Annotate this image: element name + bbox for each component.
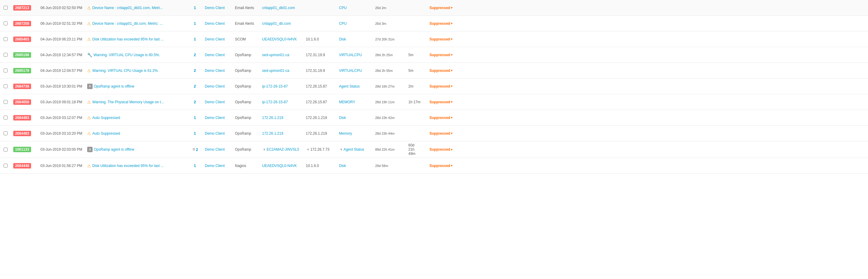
warning-icon: ⚠ (87, 131, 91, 136)
alert-count: 2 (187, 66, 203, 75)
alert-description[interactable]: ⚠Device Name : critapp01_db.com, Metric:… (85, 19, 187, 28)
alert-description[interactable]: ⚠Auto Suppressed (85, 129, 187, 138)
row-checkbox[interactable] (0, 20, 11, 27)
status-button[interactable]: Suppressed ▾ (430, 37, 453, 41)
alert-device[interactable]: 172.26.1.219 (260, 130, 303, 137)
status-button[interactable]: Suppressed ▾ (430, 131, 453, 136)
alert-duration: 28d 16h 27m (373, 83, 406, 90)
alert-ip: 172.26.15.87 (303, 98, 337, 106)
row-checkbox[interactable] (0, 51, 11, 59)
alert-description[interactable]: ⚠Warning. VIRTUAL CPU Usage is 61.2%. (85, 66, 187, 75)
alert-status[interactable]: Suppressed ▾ (427, 82, 463, 90)
alert-device[interactable]: ▼EC2AMAZ-JINVSL5 (260, 145, 303, 154)
alert-status[interactable]: Suppressed ▾ (427, 114, 463, 122)
status-dropdown-arrow: ▾ (451, 164, 453, 167)
warning-icon: ⚠ (87, 21, 91, 26)
row-checkbox[interactable] (0, 4, 11, 11)
status-button[interactable]: Suppressed ▾ (430, 116, 453, 120)
alert-description[interactable]: ⚠Device Name : critapp01_db01.com, Metri… (85, 4, 187, 12)
alert-description[interactable]: 🔧Warning. VIRTUAL CPU Usage is 60.5%. (85, 51, 187, 59)
alert-metric[interactable]: VIRTUALCPU (337, 51, 373, 59)
status-label: Suppressed (430, 84, 450, 88)
alert-device[interactable]: ip-172-26-15-87 (260, 82, 303, 90)
status-button[interactable]: Suppressed ▾ (430, 84, 453, 88)
alert-device[interactable]: sed-upmon01-ca (260, 51, 303, 59)
alert-metric[interactable]: Memory (337, 130, 373, 137)
table-row: 268465803-Jun-2019 09:01:18 PM⚠Warning. … (0, 94, 868, 110)
alert-metric[interactable]: Disk (337, 35, 373, 43)
alert-metric[interactable]: Agent Status (337, 82, 373, 90)
alert-device[interactable]: 172.26.1.219 (260, 114, 303, 122)
status-label: Suppressed (430, 100, 450, 104)
alert-date: 04-Jun-2019 12:04:57 PM (38, 67, 85, 75)
alert-device[interactable]: critapp01_db.com (260, 20, 303, 27)
status-button[interactable]: Suppressed ▾ (430, 53, 453, 57)
status-button[interactable]: Suppressed ▾ (430, 6, 453, 10)
status-button[interactable]: Suppressed ▾ (430, 147, 453, 151)
alert-description[interactable]: AOpsRamp agent is offline (85, 145, 187, 154)
alert-description[interactable]: ⚠Disk Utilization has exceeded 95% for l… (85, 162, 187, 170)
description-text: Warning. VIRTUAL CPU Usage is 60.5%. (93, 53, 160, 57)
alert-client: Demo Client (203, 4, 232, 12)
alert-status[interactable]: Suppressed ▾ (427, 67, 463, 75)
alert-source: OpsRamp (232, 82, 260, 90)
alert-metric[interactable]: CPU (337, 20, 373, 27)
alert-status[interactable]: Suppressed ▾ (427, 98, 463, 106)
row-checkbox[interactable] (0, 35, 11, 43)
alert-client: Demo Client (203, 130, 232, 137)
alert-source: OpsRamp (232, 98, 260, 106)
alert-description[interactable]: ⚠Auto Suppressed (85, 114, 187, 122)
alert-count: 1 (187, 162, 203, 170)
alert-ip: 172.31.19.9 (303, 51, 337, 59)
alert-client: Demo Client (203, 162, 232, 170)
alert-id: 2685178 (11, 66, 38, 75)
alert-status[interactable]: Suppressed ▾ (427, 51, 463, 59)
alert-device[interactable]: critapp01_db01.com (260, 4, 303, 12)
status-button[interactable]: Suppressed ▾ (430, 100, 453, 104)
alert-metric[interactable]: ▼Agent Status (337, 145, 373, 154)
row-checkbox[interactable] (0, 130, 11, 137)
alert-metric[interactable]: MEMORY (337, 98, 373, 106)
alert-status[interactable]: Suppressed ▾ (427, 162, 463, 170)
alert-source: Email Alerts (232, 4, 260, 12)
alert-device[interactable]: UEAEDVSQL0-N4VK (260, 35, 303, 43)
status-label: Suppressed (430, 53, 450, 57)
table-row: 268449303-Jun-2019 03:12:07 PM⚠Auto Supp… (0, 110, 868, 125)
alert-extra-duration (406, 116, 427, 119)
status-button[interactable]: Suppressed ▾ (430, 22, 453, 26)
row-checkbox[interactable] (0, 114, 11, 121)
row-checkbox[interactable] (0, 82, 11, 90)
row-checkbox[interactable] (0, 98, 11, 106)
alert-description[interactable]: ⚠Warning. The Physical Memory Usage on t… (85, 98, 187, 106)
alert-id: 2684658 (11, 97, 38, 107)
alert-extra-duration: 5m (406, 51, 427, 59)
table-row: 268540304-Jun-2019 06:23:11 PM⚠Disk Util… (0, 31, 868, 47)
alert-status[interactable]: Suppressed ▾ (427, 4, 463, 12)
status-button[interactable]: Suppressed ▾ (430, 68, 453, 73)
alert-device[interactable]: sed-upmon01-ca (260, 67, 303, 75)
alert-device[interactable]: UEAEDVSQL0-N4VK (260, 162, 303, 170)
row-checkbox[interactable] (0, 146, 11, 154)
alert-description[interactable]: ⚠Disk Utilization has exceeded 95% for l… (85, 35, 187, 44)
status-button[interactable]: Suppressed ▾ (430, 164, 453, 168)
alert-metric[interactable]: VIRTUALCPU (337, 67, 373, 75)
alert-device[interactable]: ip-172-26-15-87 (260, 98, 303, 106)
alert-status[interactable]: Suppressed ▾ (427, 145, 463, 154)
row-checkbox[interactable] (0, 67, 11, 74)
alert-status[interactable]: Suppressed ▾ (427, 20, 463, 27)
alert-id: 2685198 (11, 50, 38, 59)
alert-description[interactable]: AOpsRamp agent is offline (85, 82, 187, 91)
alert-status[interactable]: Suppressed ▾ (427, 130, 463, 137)
row-checkbox[interactable] (0, 162, 11, 169)
alert-metric[interactable]: Disk (337, 114, 373, 122)
alert-duration: 28d 23h 44m (373, 130, 406, 137)
alert-count: 2 (187, 82, 203, 90)
status-dropdown-arrow: ▾ (451, 100, 453, 104)
alert-source: Nagios (232, 162, 260, 170)
alert-metric[interactable]: CPU (337, 4, 373, 12)
alert-duration: 28d 19h 11m (373, 99, 406, 106)
alert-status[interactable]: Suppressed ▾ (427, 35, 463, 43)
alert-metric[interactable]: Disk (337, 162, 373, 170)
status-label: Suppressed (430, 22, 450, 26)
status-label: Suppressed (430, 164, 450, 168)
